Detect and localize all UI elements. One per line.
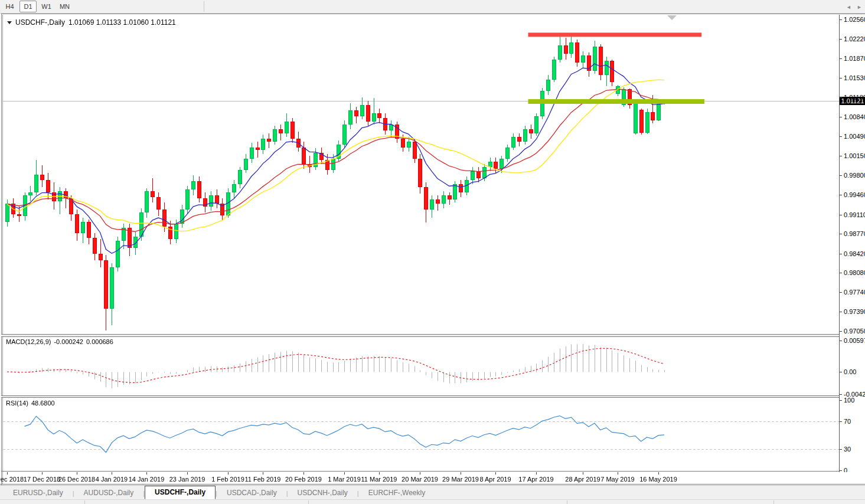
- price-axis-label-tick: [840, 136, 842, 137]
- date-axis-label: 1 Feb 2019: [211, 476, 244, 483]
- tab-audusd-daily[interactable]: AUDUSD-,Daily: [74, 487, 143, 499]
- price-axis-label: 1.00490: [844, 133, 865, 140]
- price-axis-label: 0.99110: [844, 211, 865, 218]
- price-axis-label-tick: [840, 78, 842, 78]
- rsi-axis-label-tick: [840, 421, 842, 422]
- price-axis-label-tick: [840, 58, 842, 59]
- chart-tab-bar: EURUSD-,Daily|AUDUSD-,Daily|USDCHF-,Dail…: [0, 485, 865, 499]
- price-axis-label: 1.00840: [844, 113, 865, 120]
- status-bar: [0, 499, 865, 504]
- price-axis-label: 0.97390: [844, 308, 865, 315]
- macd-canvas[interactable]: [3, 337, 839, 395]
- tab-scroll-right-icon[interactable]: ►: [857, 4, 862, 10]
- date-axis-label: 17 Apr 2019: [518, 476, 553, 483]
- price-axis-label: 0.97050: [844, 328, 865, 335]
- date-axis-tick: [146, 472, 147, 474]
- date-axis-tick: [42, 472, 43, 474]
- rsi-axis-label: 30: [844, 446, 851, 453]
- date-axis-label: 7 Dec 2018: [0, 476, 24, 483]
- date-axis-label: 28 Apr 2019: [565, 476, 600, 483]
- price-axis-label-tick: [840, 195, 842, 195]
- date-axis-tick: [228, 472, 229, 474]
- timeframe-button-h4[interactable]: H4: [1, 1, 18, 12]
- price-axis-label: 1.02220: [844, 35, 865, 42]
- date-axis-tick: [379, 472, 380, 474]
- window-frame-left: [1, 14, 2, 498]
- date-axis-tick: [263, 472, 263, 474]
- price-axis-label-tick: [840, 273, 842, 273]
- tab-usdcad-daily[interactable]: USDCAD-,Daily: [217, 487, 286, 499]
- autoscroll-marker-icon[interactable]: [667, 15, 677, 20]
- rsi-name: RSI(14): [6, 400, 28, 407]
- date-axis-label: 8 Apr 2019: [479, 476, 511, 483]
- price-axis-label-tick: [840, 312, 842, 312]
- price-axis-label-tick: [840, 215, 842, 215]
- date-axis-tick: [618, 472, 618, 474]
- date-axis-tick: [187, 472, 188, 474]
- macd-axis-label: 0.00: [844, 368, 856, 375]
- date-axis-tick: [77, 472, 77, 474]
- chart-dropdown-icon[interactable]: [7, 21, 12, 24]
- rsi-indicator-pane[interactable]: [3, 398, 839, 471]
- chart-title: USDCHF-,Daily 1.01069 1.01133 1.01060 1.…: [7, 18, 176, 27]
- price-axis-label-tick: [840, 292, 842, 293]
- date-axis-tick: [7, 472, 8, 474]
- timeframe-toolbar: H4D1W1MN: [0, 0, 865, 14]
- bottom-frame-line: [0, 484, 865, 485]
- status-divider: [567, 500, 567, 504]
- date-axis-tick: [658, 472, 659, 474]
- price-axis-label-tick: [840, 331, 842, 332]
- price-axis[interactable]: 1.01121 1.025601.022201.018701.015301.01…: [839, 15, 865, 472]
- timeframe-button-d1[interactable]: D1: [19, 1, 37, 12]
- rsi-value: 48.6800: [31, 400, 55, 407]
- price-axis-label: 1.00150: [844, 152, 865, 159]
- date-axis-tick: [112, 472, 112, 474]
- date-axis-label: 29 Mar 2019: [442, 476, 479, 483]
- date-axis[interactable]: 7 Dec 201817 Dec 201826 Dec 20184 Jan 20…: [3, 472, 865, 484]
- date-axis-label: 11 Feb 2019: [245, 476, 281, 483]
- timeframe-buttons: H4D1W1MN: [0, 1, 73, 12]
- macd-axis-label-tick: [840, 394, 842, 395]
- price-axis-label-tick: [840, 117, 842, 117]
- rsi-canvas[interactable]: [3, 398, 839, 471]
- price-chart-pane[interactable]: [3, 15, 839, 334]
- price-axis-label-tick: [840, 156, 842, 156]
- rsi-axis-label: 70: [844, 418, 851, 425]
- macd-indicator-pane[interactable]: [3, 337, 839, 395]
- date-axis-label: 16 May 2019: [639, 476, 677, 483]
- date-axis-label: 20 Feb 2019: [285, 476, 322, 483]
- price-axis-label-tick: [840, 39, 842, 40]
- price-axis-label: 1.02560: [844, 16, 865, 23]
- rsi-axis-label: 100: [844, 397, 854, 404]
- timeframe-button-mn[interactable]: MN: [56, 1, 73, 12]
- date-axis-label: 7 May 2019: [600, 476, 634, 483]
- rsi-axis-label-tick: [840, 449, 842, 450]
- date-axis-tick: [461, 472, 461, 474]
- tab-eurchf-weekly[interactable]: EURCHF-,Weekly: [359, 487, 435, 499]
- chart-symbol-label: USDCHF-,Daily: [15, 18, 65, 27]
- macd-signal-value: 0.000686: [86, 338, 113, 345]
- price-axis-label: 0.97740: [844, 289, 865, 296]
- price-axis-label: 0.99800: [844, 172, 865, 179]
- date-axis-label: 14 Jan 2019: [129, 476, 165, 483]
- price-axis-label-tick: [840, 254, 842, 254]
- pane-splitter: [1, 471, 865, 472]
- tab-usdchf-daily[interactable]: USDCHF-,Daily: [145, 486, 216, 499]
- date-axis-tick: [495, 472, 496, 474]
- date-axis-label: 20 Mar 2019: [402, 476, 438, 483]
- tab-eurusd-daily[interactable]: EURUSD-,Daily: [4, 487, 73, 499]
- price-axis-label: 1.01870: [844, 55, 865, 62]
- price-axis-label: 1.01180: [844, 94, 865, 101]
- tab-scroll-left-icon[interactable]: ◄: [846, 4, 851, 10]
- date-axis-label: 26 Dec 2018: [58, 476, 95, 483]
- timeframe-button-w1[interactable]: W1: [38, 1, 55, 12]
- date-axis-label: 1 Mar 2019: [328, 476, 361, 483]
- tab-usdcnh-daily[interactable]: USDCNH-,Daily: [288, 487, 357, 499]
- candlestick-canvas[interactable]: [3, 15, 839, 334]
- price-axis-label: 0.98080: [844, 269, 865, 276]
- date-axis-tick: [536, 472, 537, 474]
- price-axis-label: 1.01530: [844, 74, 865, 81]
- date-axis-label: 17 Dec 2018: [24, 476, 60, 483]
- macd-axis-label-tick: [840, 372, 842, 372]
- status-divider: [84, 500, 85, 504]
